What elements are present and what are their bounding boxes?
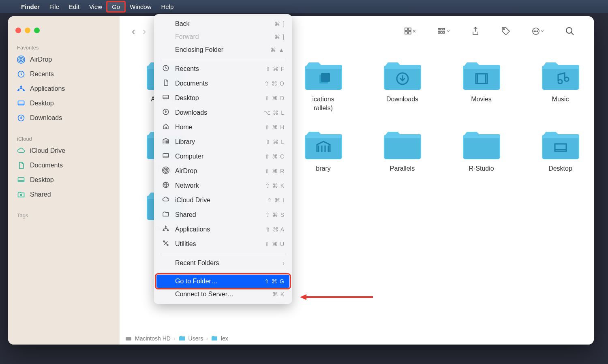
shared-folder-icon <box>17 191 25 199</box>
menubar-view[interactable]: View <box>84 2 107 12</box>
menu-item-label: Recent Folders <box>175 259 278 267</box>
sidebar-item-label: Shared <box>30 191 51 198</box>
sidebar-section-icloud: iCloud <box>8 133 120 143</box>
search-button[interactable] <box>562 25 578 37</box>
path-segment[interactable]: lex <box>221 335 228 342</box>
menu-item-utilities[interactable]: Utilities⇧ ⌘ U <box>154 237 292 251</box>
doc-icon <box>161 79 170 88</box>
desktop-icon <box>17 176 25 184</box>
sidebar-item-documents[interactable]: Documents <box>8 158 120 173</box>
folder-item[interactable]: Desktop <box>527 128 594 173</box>
menubar-edit[interactable]: Edit <box>64 2 84 12</box>
menu-item-label: Shared <box>175 211 260 218</box>
share-button[interactable] <box>468 25 483 37</box>
back-button[interactable]: ‹ <box>132 25 135 38</box>
menu-item-network[interactable]: Network⇧ ⌘ K <box>154 178 292 193</box>
desktop-icon <box>161 94 170 103</box>
menu-item-go-to-folder-[interactable]: Go to Folder…⇧ ⌘ G <box>156 275 289 288</box>
menubar-finder[interactable]: Finder <box>16 2 45 12</box>
sidebar-item-icloud-drive[interactable]: iCloud Drive <box>8 143 120 158</box>
sidebar-item-recents[interactable]: Recents <box>8 67 120 81</box>
menu-shortcut: ⇧ ⌘ H <box>265 124 285 131</box>
zoom-button[interactable] <box>34 28 40 33</box>
close-button[interactable] <box>15 28 21 33</box>
menu-item-forward: Forward⌘ ] <box>154 30 292 43</box>
menubar: Finder File Edit View Go Window Help <box>0 0 608 13</box>
folder-icon <box>211 336 218 341</box>
path-segment[interactable]: Users <box>188 335 203 342</box>
minimize-button[interactable] <box>25 28 30 33</box>
sidebar-item-shared[interactable]: Shared <box>8 187 120 202</box>
menu-item-recent-folders[interactable]: Recent Folders› <box>154 257 292 270</box>
menu-shortcut: ⇧ ⌘ C <box>265 153 285 160</box>
chevron-right-icon: › <box>206 336 208 341</box>
sidebar-item-downloads[interactable]: Downloads <box>8 111 120 125</box>
folder-icon <box>540 58 581 91</box>
folder-item[interactable]: Music <box>527 58 594 112</box>
download-icon <box>161 108 170 117</box>
menu-item-home[interactable]: Home⇧ ⌘ H <box>154 120 292 135</box>
folder-item[interactable]: brary <box>290 128 357 173</box>
folder-label: Desktop <box>548 164 572 173</box>
menu-item-label: Utilities <box>175 240 260 248</box>
folder-item[interactable]: R-Studio <box>448 128 515 173</box>
more-button[interactable] <box>529 26 547 37</box>
menu-item-downloads[interactable]: Downloads⌥ ⌘ L <box>154 105 292 120</box>
svg-rect-15 <box>438 32 440 33</box>
folder-label: Parallels <box>390 164 415 173</box>
svg-rect-6 <box>18 178 24 182</box>
sidebar-item-icloud-desktop[interactable]: Desktop <box>8 173 120 187</box>
menu-item-library[interactable]: Library⇧ ⌘ L <box>154 135 292 149</box>
folder-item[interactable]: icationsrallels) <box>290 58 357 112</box>
menu-item-icloud-drive[interactable]: iCloud Drive⇧ ⌘ I <box>154 193 292 208</box>
menubar-file[interactable]: File <box>45 2 64 12</box>
svg-point-21 <box>534 31 535 32</box>
forward-button[interactable]: › <box>143 25 146 38</box>
menu-item-shared[interactable]: Shared⇧ ⌘ S <box>154 208 292 222</box>
menu-item-back[interactable]: Back⌘ [ <box>154 17 292 30</box>
view-icons-button[interactable] <box>401 26 419 37</box>
cloud-icon <box>161 196 170 205</box>
apps-icon <box>161 225 170 234</box>
menubar-window[interactable]: Window <box>125 2 156 12</box>
menu-item-recents[interactable]: Recents⇧ ⌘ F <box>154 62 292 76</box>
path-segment[interactable]: Macintosh HD <box>135 335 171 342</box>
svg-rect-17 <box>443 32 445 33</box>
menu-item-enclosing-folder[interactable]: Enclosing Folder⌘ ▲ <box>154 43 292 56</box>
menu-item-label: Documents <box>175 80 259 87</box>
group-button[interactable] <box>434 26 453 37</box>
folder-item[interactable]: Movies <box>448 58 515 112</box>
sidebar-item-label: Downloads <box>30 114 62 122</box>
folder-icon <box>540 128 581 160</box>
menu-item-applications[interactable]: Applications⇧ ⌘ A <box>154 222 292 237</box>
sidebar-item-applications[interactable]: Applications <box>8 81 120 96</box>
folder-label: icationsrallels) <box>312 95 334 112</box>
menubar-help[interactable]: Help <box>156 2 179 12</box>
menu-item-documents[interactable]: Documents⇧ ⌘ O <box>154 76 292 91</box>
menu-shortcut: ⇧ ⌘ S <box>265 212 285 218</box>
sidebar-item-airdrop[interactable]: AirDrop <box>8 52 120 67</box>
menubar-go[interactable]: Go <box>107 2 125 12</box>
menu-item-computer[interactable]: Computer⇧ ⌘ C <box>154 149 292 164</box>
menu-item-label: Back <box>175 20 270 28</box>
sidebar-item-label: Documents <box>30 162 63 169</box>
computer-icon <box>161 152 170 161</box>
menu-item-label: Downloads <box>175 109 259 116</box>
svg-rect-13 <box>441 28 442 30</box>
utilities-icon <box>161 240 170 248</box>
folder-item[interactable]: Parallels <box>369 128 436 173</box>
tags-button[interactable] <box>498 25 514 37</box>
menu-item-airdrop[interactable]: AirDrop⇧ ⌘ R <box>154 164 292 178</box>
menu-shortcut: ⇧ ⌘ F <box>265 66 285 72</box>
sidebar-section-favorites: Favorites <box>8 41 120 52</box>
menu-shortcut: ⇧ ⌘ K <box>265 182 285 189</box>
sidebar-item-desktop[interactable]: Desktop <box>8 96 120 111</box>
menu-item-desktop[interactable]: Desktop⇧ ⌘ D <box>154 91 292 105</box>
home-icon <box>161 123 170 132</box>
sidebar-item-label: AirDrop <box>30 56 52 63</box>
menu-shortcut: ⌘ ▲ <box>270 47 285 53</box>
menu-item-connect-to-server-[interactable]: Connect to Server…⌘ K <box>154 288 292 301</box>
svg-marker-43 <box>300 294 306 300</box>
folder-item[interactable]: Downloads <box>369 58 436 112</box>
folder-icon <box>303 128 344 160</box>
